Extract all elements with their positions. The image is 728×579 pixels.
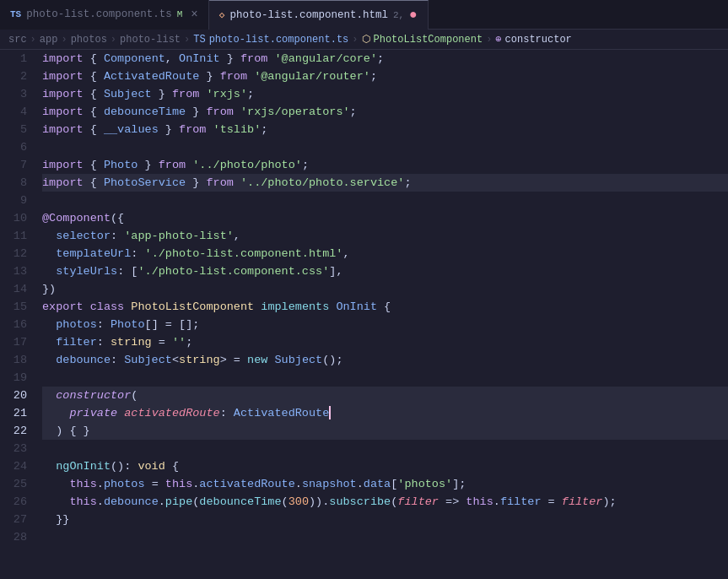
ln-16: 16 <box>0 316 35 333</box>
code-line-23 <box>42 440 728 457</box>
code-line-21: private activatedRoute: ActivatedRoute <box>42 404 728 422</box>
breadcrumb-constructor: constructor <box>505 34 572 46</box>
ln-12: 12 <box>0 245 35 262</box>
code-line-20: constructor( <box>42 387 728 404</box>
breadcrumb-ts-file: photo-list.component.ts <box>209 34 349 46</box>
tab-html-label: photo-list.component.html <box>229 9 388 21</box>
sep1: › <box>30 34 36 46</box>
ln-27: 27 <box>0 511 35 528</box>
code-line-27: }} <box>42 511 728 528</box>
tab-ts-label: photo-list.component.ts <box>26 8 172 20</box>
code-line-10: @Component({ <box>42 209 728 227</box>
ln-26: 26 <box>0 493 35 511</box>
code-line-3: import { Subject } from 'rxjs'; <box>42 85 728 103</box>
code-line-19 <box>42 369 728 387</box>
ts-icon: TS <box>10 9 21 19</box>
ln-22: 22 <box>0 422 35 440</box>
ln-3: 3 <box>0 85 35 103</box>
code-line-13: styleUrls: ['./photo-list.component.css'… <box>42 262 728 280</box>
code-line-2: import { ActivatedRoute } from '@angular… <box>42 68 728 85</box>
ln-5: 5 <box>0 121 35 138</box>
ln-23: 23 <box>0 440 35 457</box>
sep2: › <box>61 34 67 46</box>
ln-7: 7 <box>0 156 35 174</box>
code-line-14: }) <box>42 280 728 298</box>
tab-html[interactable]: ◇ photo-list.component.html 2, ● <box>209 0 429 30</box>
code-line-1: import { Component, OnInit } from '@angu… <box>42 50 728 68</box>
ln-13: 13 <box>0 262 35 280</box>
code-line-26: this.debounce.pipe(debounceTime(300)).su… <box>42 493 728 511</box>
breadcrumb-src: src <box>8 34 27 46</box>
sep3: › <box>111 34 116 46</box>
sep4: › <box>184 34 190 46</box>
code-line-24: ngOnInit(): void { <box>42 457 728 475</box>
code-line-28 <box>42 528 728 546</box>
code-line-18: debounce: Subject<string> = new Subject(… <box>42 351 728 369</box>
code-line-15: export class PhotoListComponent implemen… <box>42 298 728 316</box>
ln-25: 25 <box>0 475 35 493</box>
tab-html-badge: 2, <box>393 10 404 20</box>
tab-ts[interactable]: TS photo-list.component.ts M × <box>0 0 209 30</box>
ln-17: 17 <box>0 333 35 351</box>
code-line-25: this.photos = this.activatedRoute.snapsh… <box>42 475 728 493</box>
ln-14: 14 <box>0 280 35 298</box>
ln-18: 18 <box>0 351 35 369</box>
breadcrumb-app: app <box>40 34 58 46</box>
code-line-12: templateUrl: './photo-list.component.htm… <box>42 245 728 262</box>
ln-15: 15 <box>0 298 35 316</box>
breadcrumb-photos: photos <box>71 34 107 46</box>
code-line-8: import { PhotoService } from '../photo/p… <box>42 174 728 192</box>
code-line-17: filter: string = ''; <box>42 333 728 351</box>
breadcrumb-class: PhotoListComponent <box>374 34 483 46</box>
breadcrumb-photo-list: photo-list <box>120 34 181 46</box>
line-numbers: 1 2 3 4 5 6 7 8 9 10 11 12 13 14 15 16 1… <box>0 50 35 575</box>
html-icon: ◇ <box>219 9 225 20</box>
ln-24: 24 <box>0 457 35 475</box>
ln-11: 11 <box>0 227 35 245</box>
breadcrumb: src › app › photos › photo-list › TS pho… <box>0 30 728 50</box>
breadcrumb-ts-icon: TS <box>193 34 205 46</box>
code-line-9 <box>42 192 728 209</box>
tab-html-dot: ● <box>409 8 418 22</box>
code-line-6 <box>42 138 728 156</box>
code-line-5: import { __values } from 'tslib'; <box>42 121 728 138</box>
ln-6: 6 <box>0 138 35 156</box>
tab-modified-indicator: M <box>177 9 183 19</box>
code-area: 1 2 3 4 5 6 7 8 9 10 11 12 13 14 15 16 1… <box>0 50 728 575</box>
code-line-16: photos: Photo[] = []; <box>42 316 728 333</box>
ln-20: 20 <box>0 387 35 404</box>
code-line-22: ) { } <box>42 422 728 440</box>
ln-1: 1 <box>0 50 35 68</box>
code-line-11: selector: 'app-photo-list', <box>42 227 728 245</box>
sep5: › <box>352 34 358 46</box>
breadcrumb-constructor-icon: ⊕ <box>495 33 501 46</box>
breadcrumb-component-icon: ⬡ <box>362 33 370 46</box>
code-line-4: import { debounceTime } from 'rxjs/opera… <box>42 103 728 121</box>
ln-28: 28 <box>0 528 35 546</box>
ln-10: 10 <box>0 209 35 227</box>
ln-21: 21 <box>0 404 35 422</box>
ln-4: 4 <box>0 103 35 121</box>
ln-9: 9 <box>0 192 35 209</box>
ln-19: 19 <box>0 369 35 387</box>
code-line-7: import { Photo } from '../photo/photo'; <box>42 156 728 174</box>
tab-bar: TS photo-list.component.ts M × ◇ photo-l… <box>0 0 728 30</box>
code-content[interactable]: import { Component, OnInit } from '@angu… <box>35 50 728 575</box>
sep6: › <box>486 34 492 46</box>
tab-ts-close[interactable]: × <box>191 8 197 21</box>
ln-2: 2 <box>0 68 35 85</box>
ln-8: 8 <box>0 174 35 192</box>
